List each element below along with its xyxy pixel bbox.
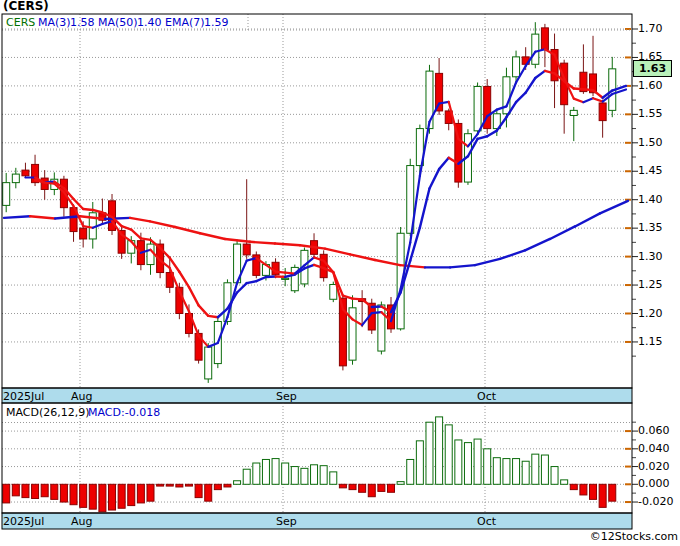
price-panel-border — [2, 14, 632, 388]
macd-bar-negative — [580, 484, 587, 495]
macd-bar-positive — [311, 465, 318, 485]
macd-bar-negative — [339, 484, 346, 488]
macd-axis-label: 0.000 — [638, 477, 670, 490]
ma3-line — [372, 312, 382, 313]
ma50-line — [525, 239, 550, 250]
macd-bar-negative — [378, 484, 385, 491]
candle-body-up — [282, 278, 289, 279]
ma50-line — [325, 249, 350, 255]
macd-bar-positive — [262, 459, 269, 484]
ema7-line — [93, 210, 103, 213]
macd-bar-positive — [272, 459, 279, 485]
ma3-line — [574, 99, 584, 103]
macd-axis-label: 0.040 — [638, 442, 670, 455]
ma50-line — [550, 226, 575, 239]
candle-body-up — [513, 57, 520, 77]
ema7-line — [266, 276, 276, 277]
macd-bar-positive — [493, 458, 500, 485]
ma50-line — [250, 242, 275, 244]
macd-axis-label: 0.020 — [638, 460, 670, 473]
macd-bar-negative — [224, 484, 231, 487]
ma3-line — [583, 98, 593, 102]
macd-bar-negative — [368, 484, 375, 496]
ma50-line — [300, 245, 325, 248]
macd-bar-negative — [570, 484, 577, 489]
macd-bar-negative — [214, 484, 221, 489]
ma3-line — [45, 183, 55, 184]
month-label: Sep — [276, 390, 297, 403]
month-label: Oct — [477, 390, 496, 403]
ma50-line — [4, 216, 30, 218]
ema7-line — [179, 272, 189, 287]
macd-bar-positive — [436, 417, 443, 484]
ema7-line — [256, 277, 266, 281]
price-axis-label: 1.20 — [638, 307, 663, 320]
macd-bar-negative — [128, 484, 135, 505]
macd-bar-positive — [397, 482, 404, 485]
legend-ma50-label: MA(50) — [98, 16, 138, 29]
ma50-line — [600, 201, 628, 214]
macd-bar-negative — [12, 484, 19, 496]
price-axis-label: 1.50 — [638, 136, 663, 149]
ma50-line — [450, 265, 475, 267]
macd-bar-positive — [330, 472, 337, 484]
macd-bar-positive — [551, 467, 558, 485]
macd-bar-negative — [3, 484, 10, 503]
macd-bar-positive — [484, 449, 491, 484]
macd-bar-positive — [503, 459, 510, 485]
macd-bar-positive — [513, 459, 520, 485]
macd-bar-positive — [532, 454, 539, 484]
macd-bar-negative — [60, 484, 67, 502]
candle-body-down — [80, 228, 87, 239]
macd-bar-positive — [455, 440, 462, 484]
ma50-line — [275, 244, 300, 246]
ema7-line — [526, 78, 536, 93]
ma50-line — [350, 254, 375, 260]
macd-bar-positive — [464, 443, 471, 485]
ema7-line — [372, 307, 382, 308]
candle-body-up — [532, 34, 539, 64]
ma50-line — [575, 213, 600, 226]
macd-bar-positive — [291, 467, 298, 485]
macd-bar-negative — [166, 484, 173, 486]
month-label: Oct — [477, 515, 496, 528]
price-axis-label: 1.45 — [638, 164, 663, 177]
macd-bar-negative — [137, 484, 144, 503]
legend-ema7-value: 1.59 — [204, 16, 229, 29]
price-axis-label: 1.15 — [638, 335, 663, 348]
macd-bar-positive — [561, 480, 568, 484]
ema7-line — [131, 230, 141, 239]
x-axis-strip-lower-band — [2, 513, 632, 529]
ema7-line — [353, 299, 363, 300]
macd-bar-negative — [22, 484, 29, 497]
ma50-line — [175, 227, 200, 233]
candle-body-up — [147, 244, 154, 264]
macd-legend-label: MACD(26,12,9) — [6, 406, 90, 419]
month-label: Aug — [71, 390, 92, 403]
macd-bar-positive — [243, 469, 250, 484]
ema7-line — [247, 281, 257, 283]
macd-bar-positive — [407, 459, 414, 484]
macd-bar-negative — [205, 484, 212, 501]
macd-bar-negative — [118, 484, 125, 508]
macd-bar-negative — [195, 484, 202, 497]
candle-body-down — [22, 170, 29, 176]
candle-body-up — [570, 110, 577, 115]
x-axis-strip-upper-band — [2, 388, 632, 403]
macd-bar-positive — [320, 466, 327, 485]
candle-body-up — [12, 174, 19, 183]
ma50-line — [375, 260, 400, 265]
macd-bar-positive — [234, 481, 241, 485]
macd-bar-negative — [157, 484, 164, 486]
ma50-line — [150, 221, 175, 227]
legend-ema7-label: EMA(7) — [165, 16, 205, 29]
ema7-line — [574, 88, 584, 89]
ema7-line — [420, 189, 430, 228]
ma50-line — [500, 250, 525, 259]
ma50-line — [105, 218, 130, 219]
price-axis-label: 1.35 — [638, 221, 663, 234]
price-axis-label: 1.40 — [638, 193, 663, 206]
price-macd-chart-canvas — [0, 0, 680, 546]
ma3-line — [276, 272, 286, 273]
ema7-line — [122, 226, 132, 230]
